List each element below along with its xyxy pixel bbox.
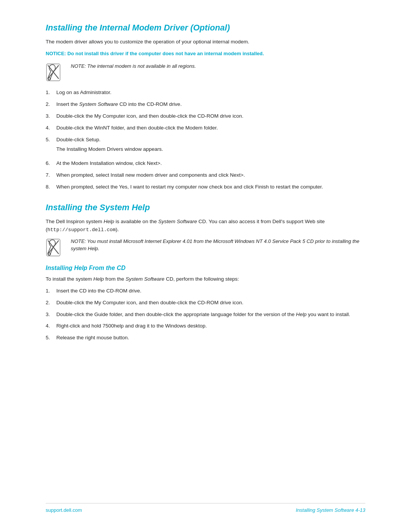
step-5-num: 5. <box>46 136 56 144</box>
step-8-num: 8. <box>46 183 56 191</box>
subsection-body-suffix: CD, perform the following steps: <box>164 276 239 282</box>
step-5-content: Double-click Setup. <box>56 136 365 144</box>
step-7: 7. When prompted, select Install new mod… <box>46 171 365 179</box>
step-2-num: 2. <box>46 101 56 109</box>
subsection-body-prefix: To install the system <box>46 276 93 282</box>
sub-step-1: 1. Insert the CD into the CD-ROM drive. <box>46 287 365 295</box>
section1-note1: NOTE: The internal modem is not availabl… <box>71 62 196 70</box>
step-2: 2. Insert the System Software CD into th… <box>46 101 365 109</box>
step-6-num: 6. <box>46 160 56 168</box>
step-8: 8. When prompted, select the Yes, I want… <box>46 183 365 191</box>
section2-body1-mid: is available on the <box>114 219 158 224</box>
footer-left[interactable]: support.dell.com <box>46 507 82 513</box>
section1-note-row: NOTE: The internal modem is not availabl… <box>46 62 365 83</box>
sub-step-3-content: Double-click the Guide folder, and then … <box>56 311 365 319</box>
subsection-body-mid: from the <box>104 276 126 282</box>
step-2-content: Insert the System Software CD into the C… <box>56 101 365 109</box>
section2-body1-italic2: System Software <box>158 219 197 224</box>
sub-step-5: 5. Release the right mouse button. <box>46 334 365 342</box>
section2-body1: The Dell Inspiron system Help is availab… <box>46 218 365 234</box>
sub-step-2: 2. Double-click the My Computer icon, an… <box>46 299 365 307</box>
step-5: 5. Double-click Setup. The Installing Mo… <box>46 136 365 156</box>
subsection-steps: 1. Insert the CD into the CD-ROM drive. … <box>46 287 365 342</box>
subsection-title: Installing Help From the CD <box>46 265 365 272</box>
section1-notice: NOTICE: Do not install this driver if th… <box>46 50 365 58</box>
section1-body1: The modem driver allows you to customize… <box>46 38 365 46</box>
step-1-content: Log on as Administrator. <box>56 89 365 97</box>
section2-title: Installing the System Help <box>46 203 365 212</box>
step-3: 3. Double-click the My Computer icon, an… <box>46 112 365 120</box>
subsection-body-italic: Help <box>93 276 104 282</box>
section2-body1-italic: Help <box>104 219 114 224</box>
step-1: 1. Log on as Administrator. <box>46 89 365 97</box>
sub-step-5-content: Release the right mouse button. <box>56 334 365 342</box>
subsection-body: To install the system Help from the Syst… <box>46 275 365 283</box>
section2-body1-prefix: The Dell Inspiron system <box>46 219 104 224</box>
step-6: 6. At the Modem Installation window, cli… <box>46 160 365 168</box>
step-5-subtext: The Installing Modem Drivers window appe… <box>56 145 163 153</box>
sub-step-3-num: 3. <box>46 311 56 319</box>
step-3-content: Double-click the My Computer icon, and t… <box>56 112 365 120</box>
section2-note2: NOTE: You must install Microsoft Interne… <box>71 238 365 252</box>
sub-step-5-num: 5. <box>46 334 56 342</box>
sub-step-4-num: 4. <box>46 322 56 330</box>
section1-steps: 1. Log on as Administrator. 2. Insert th… <box>46 89 365 191</box>
page-footer: support.dell.com Installing System Softw… <box>46 503 365 513</box>
step-6-content: At the Modem Installation window, click … <box>56 160 365 168</box>
sub-step-4-content: Right-click and hold 7500help and drag i… <box>56 322 365 330</box>
subsection-help-cd: Installing Help From the CD To install t… <box>46 265 365 342</box>
step-7-content: When prompted, select Install new modem … <box>56 171 365 179</box>
sub-step-1-num: 1. <box>46 287 56 295</box>
step-4-num: 4. <box>46 124 56 132</box>
footer-right: Installing System Software 4-13 <box>296 507 365 513</box>
section-modem-driver: Installing the Internal Modem Driver (Op… <box>46 23 365 191</box>
step-7-num: 7. <box>46 171 56 179</box>
step-8-content: When prompted, select the Yes, I want to… <box>56 183 365 191</box>
section-system-help: Installing the System Help The Dell Insp… <box>46 203 365 342</box>
step-1-num: 1. <box>46 89 56 97</box>
sub-step-2-content: Double-click the My Computer icon, and t… <box>56 299 365 307</box>
step-4-content: Double-click the WinNT folder, and then … <box>56 124 365 132</box>
sub-step-3: 3. Double-click the Guide folder, and th… <box>46 311 365 319</box>
subsection-body-italic2: System Software <box>126 276 164 282</box>
section2-note-row: NOTE: You must install Microsoft Interne… <box>46 238 365 258</box>
section1-title: Installing the Internal Modem Driver (Op… <box>46 23 365 33</box>
step-3-num: 3. <box>46 112 56 120</box>
note-wrench-icon <box>46 63 64 83</box>
sub-step-2-num: 2. <box>46 299 56 307</box>
sub-step-1-content: Insert the CD into the CD-ROM drive. <box>56 287 365 295</box>
sub-step-4: 4. Right-click and hold 7500help and dra… <box>46 322 365 330</box>
wrench-svg <box>46 63 61 81</box>
note2-wrench-icon <box>46 238 64 258</box>
wrench2-svg <box>46 238 61 257</box>
page: Installing the Internal Modem Driver (Op… <box>0 0 411 532</box>
step-4: 4. Double-click the WinNT folder, and th… <box>46 124 365 132</box>
